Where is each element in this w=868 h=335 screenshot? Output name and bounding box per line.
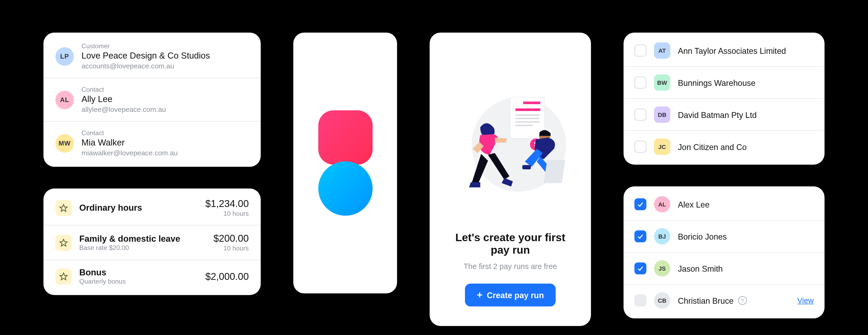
checkbox[interactable] [634, 141, 646, 153]
contact-row[interactable]: ALContactAlly Leeallylee@lovepeace.com.a… [43, 78, 261, 121]
create-payrun-card: $ [430, 33, 591, 326]
contact-email: miawalker@lovepeace.com.au [82, 149, 178, 157]
org-chip: DB [654, 106, 670, 123]
plus-icon: + [477, 290, 483, 300]
contact-name: Mia Walker [82, 138, 178, 148]
svg-rect-10 [515, 125, 533, 126]
pay-item-amount: $200.00 [213, 233, 249, 244]
person-name: Boricio Jones [678, 232, 727, 241]
star-icon [55, 235, 72, 251]
pay-items-card: Ordinary hours$1,234.0010 hoursFamily & … [43, 188, 261, 295]
checkbox[interactable] [634, 109, 646, 121]
avatar: MW [55, 134, 74, 152]
checkbox[interactable] [634, 198, 646, 210]
star-icon [55, 200, 72, 216]
pay-item-sub: Base rate $20.00 [79, 244, 206, 251]
org-row[interactable]: ATAnn Taylor Associates Limited [623, 35, 825, 67]
payrun-illustration: $ [446, 49, 575, 232]
pay-item-title: Family & domestic leave [79, 234, 206, 244]
pay-item-sub: Quarterly bonus [79, 278, 198, 285]
org-chip: BW [654, 74, 670, 91]
contact-row[interactable]: LPCustomerLove Peace Design & Co Studios… [43, 35, 261, 78]
contacts-card: LPCustomerLove Peace Design & Co Studios… [43, 33, 261, 167]
pay-item-row[interactable]: Family & domestic leaveBase rate $20.00$… [43, 225, 261, 260]
payrun-subtext: The first 2 pay runs are free [464, 262, 557, 271]
svg-marker-0 [60, 204, 67, 211]
person-name: Jason Smith [678, 264, 722, 273]
svg-marker-1 [60, 239, 67, 246]
create-payrun-button[interactable]: + Create pay run [465, 283, 556, 306]
person-name: Christian Bruce [678, 296, 734, 305]
checkbox[interactable] [634, 230, 646, 242]
svg-rect-6 [515, 109, 540, 111]
avatar: LP [55, 47, 74, 65]
pay-item-row[interactable]: BonusQuarterly bonus$2,000.00 [43, 260, 261, 293]
avatar: CB [654, 292, 670, 309]
org-select-card: ATAnn Taylor Associates LimitedBWBunning… [623, 33, 825, 164]
contact-row[interactable]: MWContactMia Walkermiawalker@lovepeace.c… [43, 121, 261, 164]
person-row[interactable]: BJBoricio Jones [623, 220, 825, 252]
checkbox[interactable] [634, 77, 646, 89]
org-row[interactable]: DBDavid Batman Pty Ltd [623, 99, 825, 131]
pay-item-title: Bonus [79, 268, 198, 278]
view-link[interactable]: View [797, 296, 814, 305]
org-chip: JC [654, 139, 670, 155]
org-name: David Batman Pty Ltd [678, 110, 756, 119]
avatar: JS [654, 260, 670, 277]
checkbox[interactable] [634, 263, 646, 274]
org-chip: AT [654, 42, 670, 59]
org-row[interactable]: BWBunnings Warehouse [623, 67, 825, 99]
people-select-card: ALAlex LeeBJBoricio JonesJSJason SmithCB… [623, 186, 825, 318]
person-row[interactable]: ALAlex Lee [623, 188, 825, 220]
payrun-heading: Let's create your first pay run [446, 232, 575, 256]
org-name: Ann Taylor Associates Limited [678, 46, 786, 55]
pay-item-amount: $2,000.00 [205, 271, 249, 282]
contact-label: Customer [82, 42, 210, 50]
org-name: Jon Citizen and Co [678, 142, 747, 151]
avatar: BJ [654, 228, 670, 245]
svg-rect-15 [522, 165, 531, 170]
contact-label: Contact [82, 129, 178, 137]
org-row[interactable]: JCJon Citizen and Co [623, 131, 825, 162]
contact-label: Contact [82, 86, 166, 94]
brand-logo-card [293, 33, 397, 294]
contact-name: Ally Lee [82, 95, 166, 104]
svg-rect-7 [515, 115, 539, 116]
svg-rect-9 [515, 121, 539, 123]
pay-item-row[interactable]: Ordinary hours$1,234.0010 hours [43, 191, 261, 225]
checkbox[interactable] [634, 44, 646, 57]
checkbox [634, 295, 646, 306]
star-icon [55, 269, 72, 285]
avatar: AL [55, 90, 74, 109]
contact-email: accounts@lovepeace.com.au [82, 62, 210, 70]
brand-square-icon [318, 110, 372, 164]
brand-circle-icon [318, 161, 372, 216]
person-row[interactable]: JSJason Smith [623, 252, 825, 285]
pay-item-title: Ordinary hours [79, 203, 198, 213]
person-name: Alex Lee [678, 200, 710, 209]
contact-email: allylee@lovepeace.com.au [82, 105, 166, 114]
svg-marker-2 [60, 273, 67, 280]
contact-name: Love Peace Design & Co Studios [82, 51, 210, 61]
avatar: AL [654, 196, 670, 213]
pay-item-hours: 10 hours [223, 245, 249, 252]
svg-rect-5 [523, 101, 540, 104]
svg-rect-8 [515, 118, 539, 119]
info-icon[interactable]: ? [738, 296, 747, 305]
org-name: Bunnings Warehouse [678, 78, 755, 87]
person-row: CBChristian Bruce?View [623, 285, 825, 316]
create-payrun-button-label: Create pay run [487, 291, 544, 300]
pay-item-hours: 10 hours [223, 210, 249, 217]
pay-item-amount: $1,234.00 [205, 198, 249, 210]
